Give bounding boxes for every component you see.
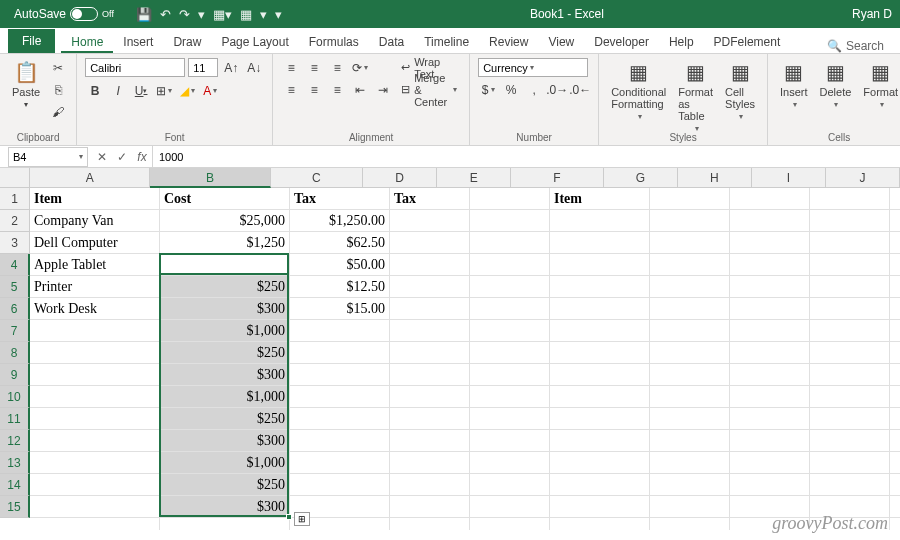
- search-box[interactable]: 🔍 Search: [819, 39, 892, 53]
- align-right-icon[interactable]: ≡: [327, 80, 347, 99]
- cell-C4[interactable]: $50.00: [290, 254, 390, 276]
- tab-page-layout[interactable]: Page Layout: [211, 31, 298, 53]
- enter-edit-icon[interactable]: ✓: [112, 150, 132, 164]
- align-middle-icon[interactable]: ≡: [304, 58, 324, 77]
- tab-developer[interactable]: Developer: [584, 31, 659, 53]
- qat-icon[interactable]: ▾: [260, 7, 267, 22]
- cell-B7[interactable]: $1,000: [160, 320, 290, 342]
- cut-button[interactable]: ✂: [48, 58, 68, 77]
- autosave-toggle[interactable]: AutoSave Off: [8, 7, 120, 21]
- cell-B12[interactable]: $300: [160, 430, 290, 452]
- autofill-options-button[interactable]: ⊞: [294, 512, 310, 526]
- cell-A6[interactable]: Work Desk: [30, 298, 160, 320]
- column-header-A[interactable]: A: [30, 168, 150, 188]
- row-header-14[interactable]: 14: [0, 474, 30, 496]
- row-header-11[interactable]: 11: [0, 408, 30, 430]
- font-color-button[interactable]: A: [200, 81, 220, 100]
- cell-A3[interactable]: Dell Computer: [30, 232, 160, 254]
- number-format-select[interactable]: Currency: [478, 58, 588, 77]
- row-header-13[interactable]: 13: [0, 452, 30, 474]
- cell-A4[interactable]: Apple Tablet: [30, 254, 160, 276]
- cell-B8[interactable]: $250: [160, 342, 290, 364]
- fill-color-button[interactable]: ◢: [177, 81, 197, 100]
- column-header-G[interactable]: G: [604, 168, 678, 188]
- name-box[interactable]: B4▾: [8, 147, 88, 167]
- fill-handle[interactable]: [286, 514, 292, 520]
- cell-F1[interactable]: Item: [550, 188, 650, 210]
- merge-center-button[interactable]: ⊟Merge & Center: [397, 80, 461, 99]
- column-header-F[interactable]: F: [511, 168, 604, 188]
- tab-insert[interactable]: Insert: [113, 31, 163, 53]
- qat-icon[interactable]: ▦: [240, 7, 252, 22]
- format-painter-button[interactable]: 🖌: [48, 102, 68, 121]
- row-header-9[interactable]: 9: [0, 364, 30, 386]
- cell-A1[interactable]: Item: [30, 188, 160, 210]
- border-button[interactable]: ⊞: [154, 81, 174, 100]
- tab-view[interactable]: View: [538, 31, 584, 53]
- row-header-10[interactable]: 10: [0, 386, 30, 408]
- align-top-icon[interactable]: ≡: [281, 58, 301, 77]
- row-header-4[interactable]: 4: [0, 254, 30, 276]
- column-header-B[interactable]: B: [150, 168, 270, 188]
- underline-button[interactable]: U▾: [131, 81, 151, 100]
- cell-C5[interactable]: $12.50: [290, 276, 390, 298]
- cell-B4[interactable]: $1,000: [160, 254, 290, 276]
- column-header-J[interactable]: J: [826, 168, 900, 188]
- cell-B2[interactable]: $25,000: [160, 210, 290, 232]
- undo-icon[interactable]: ↶: [160, 7, 171, 22]
- row-header-15[interactable]: 15: [0, 496, 30, 518]
- row-header-3[interactable]: 3: [0, 232, 30, 254]
- format-as-table-button[interactable]: ▦Format as Table: [674, 58, 717, 135]
- cell-B15[interactable]: $300: [160, 496, 290, 518]
- conditional-formatting-button[interactable]: ▦Conditional Formatting: [607, 58, 670, 123]
- cell-C3[interactable]: $62.50: [290, 232, 390, 254]
- copy-button[interactable]: ⎘: [48, 80, 68, 99]
- row-header-8[interactable]: 8: [0, 342, 30, 364]
- column-header-C[interactable]: C: [271, 168, 364, 188]
- row-header-2[interactable]: 2: [0, 210, 30, 232]
- tab-timeline[interactable]: Timeline: [414, 31, 479, 53]
- cell-C2[interactable]: $1,250.00: [290, 210, 390, 232]
- increase-font-icon[interactable]: A↑: [221, 58, 241, 77]
- qat-icon[interactable]: ▦▾: [213, 7, 232, 22]
- decrease-decimal-icon[interactable]: .0←: [570, 80, 590, 99]
- tab-home[interactable]: Home: [61, 31, 113, 53]
- align-center-icon[interactable]: ≡: [304, 80, 324, 99]
- select-all-corner[interactable]: [0, 168, 30, 188]
- decrease-indent-icon[interactable]: ⇤: [350, 80, 370, 99]
- comma-icon[interactable]: ,: [524, 80, 544, 99]
- user-name[interactable]: Ryan D: [852, 7, 892, 21]
- cell-C6[interactable]: $15.00: [290, 298, 390, 320]
- cell-B3[interactable]: $1,250: [160, 232, 290, 254]
- paste-button[interactable]: 📋 Paste▾: [8, 58, 44, 111]
- cell-B6[interactable]: $300: [160, 298, 290, 320]
- font-name-select[interactable]: Calibri: [85, 58, 185, 77]
- row-header-7[interactable]: 7: [0, 320, 30, 342]
- cell-C1[interactable]: Tax: [290, 188, 390, 210]
- cell-B13[interactable]: $1,000: [160, 452, 290, 474]
- cell-B5[interactable]: $250: [160, 276, 290, 298]
- cell-B9[interactable]: $300: [160, 364, 290, 386]
- bold-button[interactable]: B: [85, 81, 105, 100]
- fx-icon[interactable]: fx: [132, 150, 152, 164]
- column-header-E[interactable]: E: [437, 168, 511, 188]
- delete-cells-button[interactable]: ▦Delete: [816, 58, 856, 111]
- font-size-select[interactable]: 11: [188, 58, 218, 77]
- cell-styles-button[interactable]: ▦Cell Styles: [721, 58, 759, 123]
- row-header-5[interactable]: 5: [0, 276, 30, 298]
- cell-A2[interactable]: Company Van: [30, 210, 160, 232]
- format-cells-button[interactable]: ▦Format: [859, 58, 900, 111]
- cell-A5[interactable]: Printer: [30, 276, 160, 298]
- increase-indent-icon[interactable]: ⇥: [373, 80, 393, 99]
- orientation-icon[interactable]: ⟳: [350, 58, 370, 77]
- redo-icon[interactable]: ↷: [179, 7, 190, 22]
- qat-icon[interactable]: ▾: [275, 7, 282, 22]
- insert-cells-button[interactable]: ▦Insert: [776, 58, 812, 111]
- tab-data[interactable]: Data: [369, 31, 414, 53]
- row-header-1[interactable]: 1: [0, 188, 30, 210]
- tab-pdfelement[interactable]: PDFelement: [704, 31, 791, 53]
- column-header-D[interactable]: D: [363, 168, 437, 188]
- save-icon[interactable]: 💾: [136, 7, 152, 22]
- row-header-12[interactable]: 12: [0, 430, 30, 452]
- column-header-H[interactable]: H: [678, 168, 752, 188]
